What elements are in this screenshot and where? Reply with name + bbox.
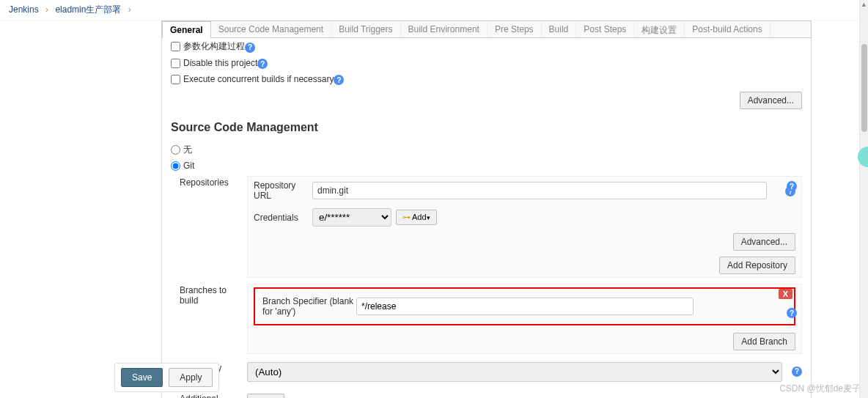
- tab-pre[interactable]: Pre Steps: [488, 21, 542, 37]
- branch-specifier-label: Branch Specifier (blank for 'any'): [262, 296, 356, 317]
- tab-postbuild[interactable]: Post-build Actions: [685, 21, 770, 37]
- scm-git-label: Git: [183, 161, 194, 171]
- help-icon[interactable]: ?: [334, 75, 344, 85]
- credentials-select[interactable]: e/******: [312, 208, 391, 226]
- disable-project-label: Disable this project: [183, 58, 257, 68]
- help-icon[interactable]: ?: [787, 308, 797, 318]
- tab-build[interactable]: Build: [542, 21, 577, 37]
- breadcrumb-root[interactable]: Jenkins: [9, 4, 39, 15]
- tab-settings[interactable]: 构建设置: [634, 21, 685, 37]
- branches-block: X Branch Specifier (blank for 'any') ? A…: [247, 284, 802, 354]
- scm-none-label: 无: [183, 144, 192, 156]
- help-icon[interactable]: ?: [787, 181, 797, 191]
- repo-browser-select[interactable]: (Auto): [247, 362, 782, 382]
- scroll-up-icon[interactable]: ▲: [860, 0, 868, 9]
- tab-scm[interactable]: Source Code Management: [211, 21, 331, 37]
- add-branch-button[interactable]: Add Branch: [733, 333, 795, 350]
- tab-general[interactable]: General: [162, 21, 211, 38]
- footer-actions: Save Apply: [114, 363, 219, 392]
- concurrent-checkbox[interactable]: [171, 75, 180, 84]
- save-button[interactable]: Save: [121, 368, 163, 387]
- param-build-label: 参数化构建过程: [183, 40, 245, 53]
- concurrent-label: Execute concurrent builds if necessary: [183, 74, 334, 84]
- advanced-general-button[interactable]: Advanced...: [740, 92, 802, 109]
- param-build-checkbox[interactable]: [171, 42, 180, 51]
- chevron-right-icon: ›: [128, 4, 131, 15]
- help-icon[interactable]: ?: [245, 43, 255, 53]
- credentials-label: Credentials: [254, 213, 312, 223]
- tab-env[interactable]: Build Environment: [401, 21, 488, 37]
- scroll-thumb[interactable]: [861, 44, 867, 132]
- branch-highlight-box: Branch Specifier (blank for 'any'): [254, 287, 795, 325]
- repo-url-input[interactable]: [312, 182, 767, 199]
- branches-label: Branches to build: [171, 281, 241, 306]
- chevron-right-icon: ›: [45, 4, 48, 15]
- scm-git-radio[interactable]: [171, 161, 180, 171]
- repositories-label: Repositories: [171, 173, 241, 188]
- scm-heading: Source Code Management: [171, 121, 802, 134]
- key-icon: ⊶: [402, 213, 411, 221]
- scrollbar[interactable]: ▲: [859, 0, 868, 398]
- add-behaviour-button[interactable]: Add: [247, 394, 284, 398]
- help-icon[interactable]: ?: [792, 366, 802, 377]
- repository-block: ? Repository URL ? Credentials e/****** …: [247, 176, 802, 278]
- apply-button[interactable]: Apply: [169, 368, 213, 387]
- branch-specifier-input[interactable]: [356, 298, 694, 315]
- breadcrumb: Jenkins › eladmin生产部署 ›: [0, 0, 868, 21]
- repo-url-label: Repository URL: [254, 180, 312, 201]
- add-credentials-button[interactable]: ⊶Add▾: [396, 210, 437, 225]
- config-tabs: General Source Code Management Build Tri…: [161, 21, 812, 38]
- breadcrumb-project[interactable]: eladmin生产部署: [55, 4, 121, 15]
- add-repository-button[interactable]: Add Repository: [719, 257, 795, 274]
- advanced-repo-button[interactable]: Advanced...: [733, 233, 795, 251]
- disable-project-checkbox[interactable]: [171, 59, 180, 68]
- tab-post[interactable]: Post Steps: [576, 21, 634, 37]
- scm-none-radio[interactable]: [171, 145, 180, 155]
- help-icon[interactable]: ?: [257, 59, 268, 69]
- tab-triggers[interactable]: Build Triggers: [331, 21, 400, 37]
- watermark: CSDN @忧郁de麦子: [779, 383, 861, 395]
